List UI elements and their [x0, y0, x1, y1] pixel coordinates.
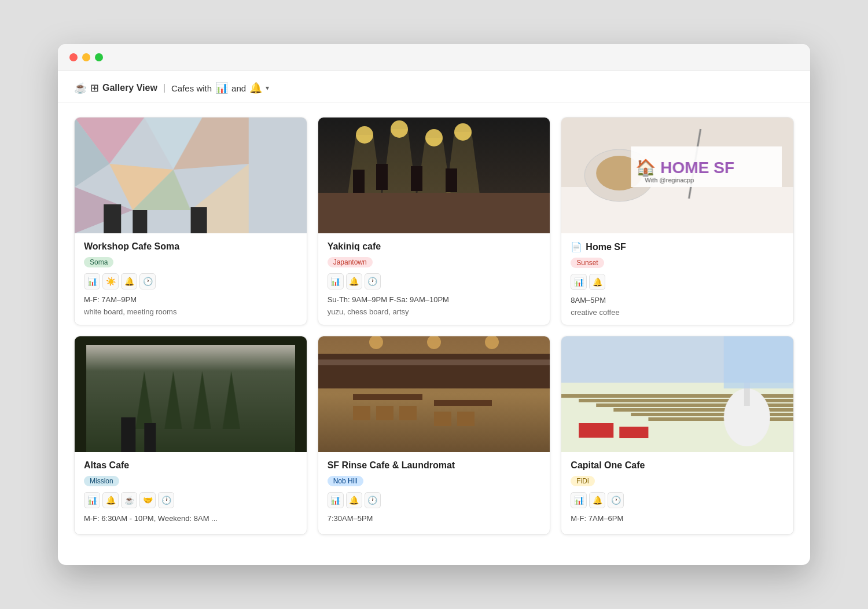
- gallery-card-yakiniq-cafe[interactable]: Yakiniq cafeJapantown📊🔔🕐Su-Th: 9AM–9PM F…: [318, 117, 551, 325]
- feature-icon-1: 🔔: [102, 492, 119, 508]
- gallery-grid: Workshop Cafe SomaSoma📊☀️🔔🕐M-F: 7AM–9PMw…: [58, 103, 810, 549]
- view-title: Gallery View: [102, 83, 157, 93]
- neighborhood-tag[interactable]: Nob Hill: [328, 476, 363, 486]
- chevron-down-icon[interactable]: ▾: [266, 84, 269, 92]
- feature-icon-0: 📊: [328, 273, 344, 289]
- feature-icons: 📊🔔🕐: [571, 492, 784, 508]
- gallery-card-sf-rinse-cafe[interactable]: SF Rinse Cafe & LaundromatNob Hill📊🔔🕐7:3…: [318, 336, 551, 535]
- bell-icon: 🔔: [249, 82, 262, 94]
- card-hours: 8AM–5PM: [571, 296, 784, 304]
- titlebar: [58, 44, 810, 71]
- card-hours: M-F: 6:30AM - 10PM, Weekend: 8AM ...: [84, 514, 297, 523]
- feature-icon-4: 🕐: [158, 492, 174, 508]
- card-image-sf-rinse-cafe: [318, 336, 550, 452]
- gallery-card-workshop-cafe-soma[interactable]: Workshop Cafe SomaSoma📊☀️🔔🕐M-F: 7AM–9PMw…: [74, 117, 307, 325]
- card-body-sf-rinse-cafe: SF Rinse Cafe & LaundromatNob Hill📊🔔🕐7:3…: [318, 452, 550, 534]
- close-button[interactable]: [69, 53, 78, 61]
- card-body-yakiniq-cafe: Yakiniq cafeJapantown📊🔔🕐Su-Th: 9AM–9PM F…: [318, 233, 550, 324]
- feature-icon-2: 🕐: [608, 492, 624, 508]
- card-hours: Su-Th: 9AM–9PM F-Sa: 9AM–10PM: [328, 295, 541, 304]
- card-features: white board, meeting rooms: [84, 307, 297, 316]
- app-window: ☕ ⊞ Gallery View | Cafes with 📊 and 🔔 ▾ …: [58, 44, 810, 565]
- card-body-altas-cafe: Altas CafeMission📊🔔☕🤝🕐M-F: 6:30AM - 10PM…: [75, 452, 307, 534]
- feature-icons: 📊🔔🕐: [328, 273, 541, 289]
- feature-icon-2: 🕐: [365, 492, 381, 508]
- feature-icon-1: 🔔: [589, 274, 605, 290]
- card-features: creative coffee: [571, 308, 784, 317]
- card-hours: 7:30AM–5PM: [328, 514, 541, 523]
- card-image-workshop-cafe-soma: [75, 118, 307, 233]
- neighborhood-tag[interactable]: Sunset: [571, 258, 604, 268]
- neighborhood-tag[interactable]: FiDi: [571, 476, 594, 486]
- card-image-capital-one-cafe: [561, 336, 793, 452]
- card-title: Altas Cafe: [84, 460, 297, 471]
- card-image-yakiniq-cafe: [318, 118, 550, 233]
- traffic-lights: [69, 53, 103, 61]
- gallery-card-home-sf[interactable]: 📄Home SFSunset📊🔔8AM–5PMcreative coffee: [561, 117, 794, 325]
- filter-prefix: Cafes with: [171, 83, 212, 93]
- card-title: Yakiniq cafe: [328, 241, 541, 252]
- card-title: SF Rinse Cafe & Laundromat: [328, 460, 541, 471]
- card-title: Workshop Cafe Soma: [84, 241, 297, 252]
- neighborhood-tag[interactable]: Soma: [84, 257, 113, 267]
- feature-icons: 📊🔔☕🤝🕐: [84, 492, 297, 508]
- feature-icon-2: 🔔: [121, 273, 137, 289]
- card-title: 📄Home SF: [571, 241, 784, 252]
- and-text: and: [231, 83, 246, 93]
- feature-icon-1: 🔔: [346, 492, 362, 508]
- grid-icon: ⊞: [90, 82, 99, 94]
- maximize-button[interactable]: [95, 53, 103, 61]
- coffee-icon: ☕: [74, 82, 87, 94]
- card-features: yuzu, chess board, artsy: [328, 307, 541, 316]
- card-hours: M-F: 7AM–9PM: [84, 295, 297, 304]
- feature-icon-1: 🔔: [346, 273, 362, 289]
- feature-icon-2: ☕: [121, 492, 137, 508]
- neighborhood-tag[interactable]: Japantown: [328, 257, 373, 267]
- feature-icon-0: 📊: [84, 273, 100, 289]
- card-body-capital-one-cafe: Capital One CafeFiDi📊🔔🕐M-F: 7AM–6PM: [561, 452, 793, 534]
- feature-icon-0: 📊: [328, 492, 344, 508]
- card-title: Capital One Cafe: [571, 460, 784, 471]
- card-body-home-sf: 📄Home SFSunset📊🔔8AM–5PMcreative coffee: [561, 233, 793, 325]
- chart-icon: 📊: [215, 82, 228, 94]
- header-bar: ☕ ⊞ Gallery View | Cafes with 📊 and 🔔 ▾: [58, 71, 810, 103]
- header-divider: |: [163, 83, 165, 93]
- neighborhood-tag[interactable]: Mission: [84, 476, 119, 486]
- card-body-workshop-cafe-soma: Workshop Cafe SomaSoma📊☀️🔔🕐M-F: 7AM–9PMw…: [75, 233, 307, 324]
- feature-icon-0: 📊: [571, 492, 587, 508]
- card-image-home-sf: [561, 118, 793, 233]
- feature-icon-3: 🕐: [139, 273, 156, 289]
- feature-icons: 📊🔔: [571, 274, 784, 290]
- feature-icon-1: ☀️: [102, 273, 119, 289]
- feature-icon-3: 🤝: [139, 492, 156, 508]
- card-hours: M-F: 7AM–6PM: [571, 514, 784, 523]
- title-icon: 📄: [571, 241, 582, 252]
- minimize-button[interactable]: [82, 53, 90, 61]
- feature-icons: 📊🔔🕐: [328, 492, 541, 508]
- feature-icon-2: 🕐: [365, 273, 381, 289]
- card-image-altas-cafe: [75, 336, 307, 452]
- gallery-card-altas-cafe[interactable]: Altas CafeMission📊🔔☕🤝🕐M-F: 6:30AM - 10PM…: [74, 336, 307, 535]
- feature-icons: 📊☀️🔔🕐: [84, 273, 297, 289]
- gallery-card-capital-one-cafe[interactable]: Capital One CafeFiDi📊🔔🕐M-F: 7AM–6PM: [561, 336, 794, 535]
- feature-icon-0: 📊: [571, 274, 587, 290]
- feature-icon-0: 📊: [84, 492, 100, 508]
- feature-icon-1: 🔔: [589, 492, 605, 508]
